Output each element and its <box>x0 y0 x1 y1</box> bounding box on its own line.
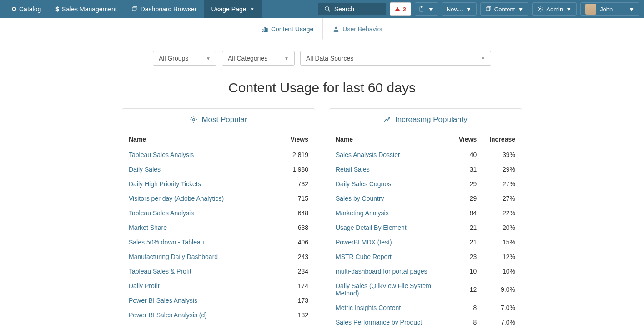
table-row: multi-dashboard for portal pages1010% <box>329 264 522 279</box>
table-row: Daily High Priority Tickets732 <box>122 177 315 191</box>
panel-head-popular: Most Popular <box>122 109 315 131</box>
content-link[interactable]: Power BI Sales Analysis (d) <box>129 311 207 319</box>
cell-increase: 15% <box>483 235 522 249</box>
admin-label: Admin <box>546 6 563 13</box>
filter-categories-value: All Categories <box>228 55 267 62</box>
cell-name: Sales Analysis Dossier <box>329 147 453 162</box>
bar-chart-icon <box>261 25 268 33</box>
cell-name: Retail Sales <box>329 162 453 177</box>
content-link[interactable]: Sales Performance by Product <box>336 319 422 325</box>
trend-up-icon <box>383 116 392 124</box>
filter-groups[interactable]: All Groups ▼ <box>153 51 216 66</box>
svg-rect-7 <box>264 27 266 31</box>
chevron-down-icon: ▼ <box>428 6 434 13</box>
user-menu-button[interactable]: John ▼ <box>580 2 639 16</box>
panel-title: Increasing Popularity <box>395 115 468 124</box>
filter-data-sources[interactable]: All Data Sources ▼ <box>300 51 491 66</box>
content-link[interactable]: Sales 50% down - Tableau <box>129 239 204 246</box>
content-link[interactable]: Sales Analysis Dossier <box>336 151 400 158</box>
content-link[interactable]: Power BI Sales Analysis <box>129 297 197 304</box>
chevron-down-icon: ▼ <box>629 6 634 13</box>
admin-button[interactable]: Admin ▼ <box>532 2 577 16</box>
search-button[interactable]: Search <box>318 3 386 15</box>
cell-name: Daily Sales Cognos <box>329 177 453 191</box>
col-name: Name <box>329 131 453 147</box>
cell-views: 29 <box>453 191 483 206</box>
filter-categories[interactable]: All Categories ▼ <box>222 51 295 66</box>
table-row: Sales by Country2927% <box>329 191 522 206</box>
cell-views: 31 <box>453 162 483 177</box>
content-link[interactable]: Metric Insights Content <box>336 304 401 311</box>
cell-increase: 27% <box>483 191 522 206</box>
content-link[interactable]: Manufacturing Daily Dashboard <box>129 253 218 260</box>
content-link[interactable]: PowerBI MDX (test) <box>336 239 392 246</box>
cell-views: 732 <box>272 177 315 191</box>
panel-most-popular: Most Popular Name Views Tableau Sales An… <box>122 108 315 325</box>
cell-views: 174 <box>272 279 315 293</box>
content-link[interactable]: Daily Sales Cognos <box>336 180 391 188</box>
svg-rect-6 <box>262 29 263 31</box>
content-link[interactable]: Daily Profit <box>129 282 160 289</box>
search-icon <box>324 6 331 12</box>
cell-views: 84 <box>453 206 483 220</box>
col-name: Name <box>122 131 272 147</box>
tab-content-usage[interactable]: Content Usage <box>252 18 323 40</box>
nav-sales-label: Sales Management <box>62 5 117 13</box>
alerts-button[interactable]: 2 <box>390 2 411 16</box>
cell-name: MSTR Cube Report <box>329 249 453 264</box>
content-link[interactable]: Sales by Country <box>336 195 384 202</box>
nav-usage-page[interactable]: Usage Page ▼ <box>204 0 262 18</box>
content-link[interactable]: Daily High Priority Tickets <box>129 180 201 188</box>
content-link[interactable]: Visitors per day (Adobe Analytics) <box>129 195 224 202</box>
tab-content-usage-label: Content Usage <box>271 25 313 33</box>
cell-name: Usage Detail By Element <box>329 220 453 235</box>
alert-count: 2 <box>403 6 406 13</box>
content-link[interactable]: Daily Sales <box>129 166 161 173</box>
content-link[interactable]: Tableau Sales Analysis <box>129 209 194 217</box>
content-link[interactable]: Tableau Sales & Profit <box>129 268 191 275</box>
content-link[interactable]: Market Share <box>129 224 167 231</box>
tab-user-behavior[interactable]: User Behavior <box>323 18 392 40</box>
cell-name: Sales by Country <box>329 191 453 206</box>
chevron-down-icon: ▼ <box>466 6 472 13</box>
content-link[interactable]: multi-dashboard for portal pages <box>336 268 428 275</box>
alert-icon <box>395 6 400 12</box>
cell-views: 638 <box>272 220 315 235</box>
cell-name: Marketing Analysis <box>329 206 453 220</box>
content-link[interactable]: Usage Detail By Element <box>336 224 407 231</box>
export-button[interactable]: ▼ <box>415 2 438 16</box>
cell-views: 1,980 <box>272 162 315 177</box>
cell-views: 243 <box>272 249 315 264</box>
nav-catalog[interactable]: Catalog <box>5 0 48 18</box>
tab-user-behavior-label: User Behavior <box>342 25 383 33</box>
nav-dashboard-browser[interactable]: Dashboard Browser <box>124 0 204 18</box>
cell-views: 121 <box>272 322 315 325</box>
cell-increase: 22% <box>483 206 522 220</box>
table-row: Retail Sales3129% <box>329 162 522 177</box>
panel-head-increasing: Increasing Popularity <box>329 109 522 131</box>
content-button[interactable]: Content ▼ <box>480 2 528 16</box>
nav-sales-management[interactable]: $ Sales Management <box>48 0 124 18</box>
chevron-down-icon: ▼ <box>284 56 289 61</box>
table-row: Daily Sales Cognos2927% <box>329 177 522 191</box>
cell-name: Qlik Sense Sales Analysis <box>122 322 272 325</box>
cell-name: Sales Performance by Product <box>329 315 453 325</box>
content-link[interactable]: Daily Sales (QlikView File System Method… <box>336 282 431 297</box>
cell-views: 29 <box>453 177 483 191</box>
chevron-down-icon: ▼ <box>566 6 572 13</box>
content-link[interactable]: Tableau Sales Analysis <box>129 151 194 158</box>
cell-increase: 20% <box>483 220 522 235</box>
increasing-table: Name Views Increase Sales Analysis Dossi… <box>329 131 522 325</box>
cell-views: 21 <box>453 220 483 235</box>
chevron-down-icon: ▼ <box>518 6 523 13</box>
new-button[interactable]: New... ▼ <box>442 2 477 16</box>
sub-tabs: Content Usage User Behavior <box>0 18 644 40</box>
cell-views: 132 <box>272 308 315 322</box>
content-link[interactable]: MSTR Cube Report <box>336 253 392 260</box>
nav-dashboard-label: Dashboard Browser <box>141 5 197 13</box>
cell-views: 173 <box>272 293 315 308</box>
filter-sources-value: All Data Sources <box>306 55 353 62</box>
content-link[interactable]: Marketing Analysis <box>336 209 389 217</box>
content-link[interactable]: Retail Sales <box>336 166 370 173</box>
table-row: Visitors per day (Adobe Analytics)715 <box>122 191 315 206</box>
